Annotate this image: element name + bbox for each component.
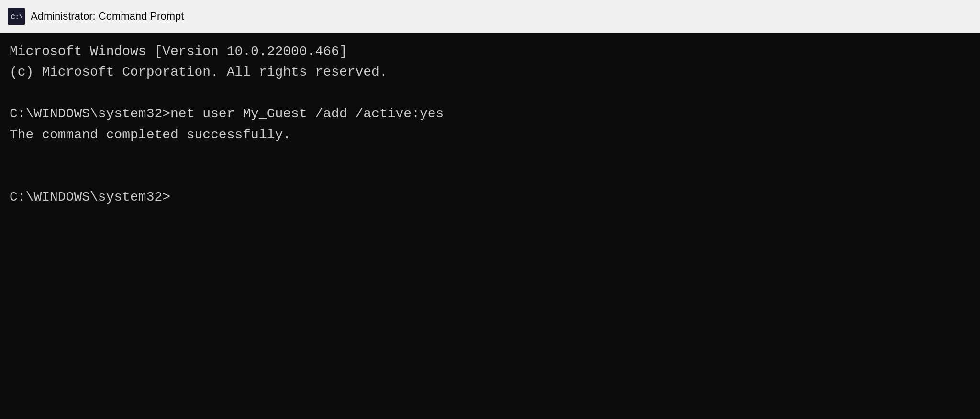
terminal-blank-2 bbox=[10, 145, 970, 166]
terminal-blank-1 bbox=[10, 83, 970, 103]
terminal-line-1: Microsoft Windows [Version 10.0.22000.46… bbox=[10, 41, 970, 62]
title-bar-label: Administrator: Command Prompt bbox=[31, 10, 184, 23]
svg-text:C:\: C:\ bbox=[11, 13, 23, 21]
command-prompt-window: C:\ Administrator: Command Prompt Micros… bbox=[0, 0, 980, 419]
terminal-line-4: The command completed successfully. bbox=[10, 125, 970, 145]
terminal-body[interactable]: Microsoft Windows [Version 10.0.22000.46… bbox=[0, 33, 980, 419]
terminal-line-2: (c) Microsoft Corporation. All rights re… bbox=[10, 62, 970, 82]
terminal-line-3: C:\WINDOWS\system32>net user My_Guest /a… bbox=[10, 103, 970, 124]
cmd-icon: C:\ bbox=[8, 8, 25, 25]
cmd-icon-svg: C:\ bbox=[10, 10, 23, 23]
terminal-prompt: C:\WINDOWS\system32> bbox=[10, 187, 970, 207]
terminal-blank-3 bbox=[10, 166, 970, 186]
title-bar: C:\ Administrator: Command Prompt bbox=[0, 0, 980, 33]
